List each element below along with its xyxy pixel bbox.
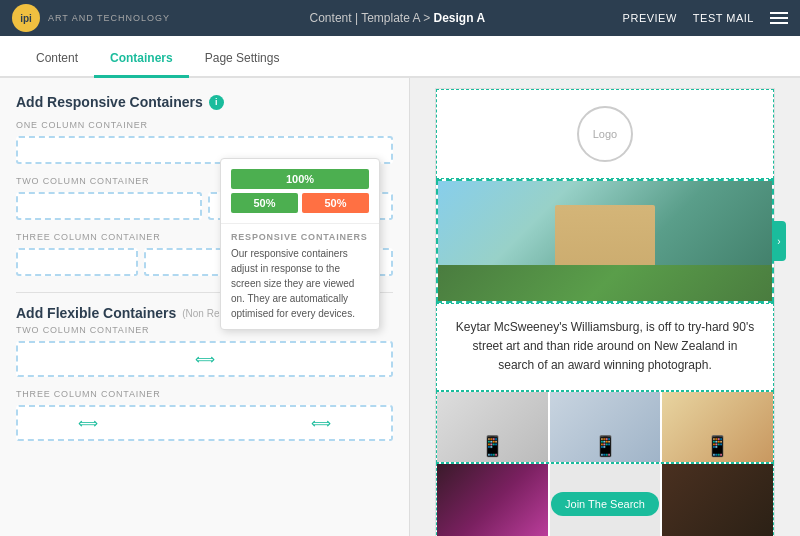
resize-handle-3col-left[interactable]: ⟺ [78, 415, 98, 431]
col-third-1 [16, 248, 138, 276]
brand-text: ART AND TECHNOLOGY [48, 13, 170, 23]
preview-button[interactable]: PREVIEW [623, 12, 677, 24]
app-logo-icon: ipi [12, 4, 40, 32]
article-text-section: Keytar McSweeney's Williamsburg, is off … [436, 303, 774, 391]
photo-cell-2 [550, 392, 661, 462]
resize-handle-2col[interactable]: ⟺ [195, 351, 215, 367]
hero-image [438, 181, 772, 301]
test-mail-button[interactable]: TEST MAIL [693, 12, 754, 24]
photo-bottom-right [662, 464, 773, 536]
right-handle[interactable]: › [772, 221, 786, 261]
col-half-1 [16, 192, 202, 220]
main-area: Add Responsive Containers i ONE COLUMN C… [0, 78, 800, 536]
tooltip-text: RESPONSIVE CONTAINERS Our responsive con… [221, 223, 379, 329]
tabs-row: Content Containers Page Settings [0, 36, 800, 78]
breadcrumb: Content | Template A > Design A [172, 11, 623, 25]
photo-grid-3 [436, 391, 774, 463]
hero-section[interactable]: ✏ ⊕ 🗑 › [436, 179, 774, 303]
bar-100: 100% [231, 169, 369, 189]
info-badge-1[interactable]: i [209, 95, 224, 110]
logo-area: ipi ART AND TECHNOLOGY [12, 4, 172, 32]
logo-section: Logo [436, 89, 774, 179]
left-panel: Add Responsive Containers i ONE COLUMN C… [0, 78, 410, 536]
join-search-button[interactable]: Join The Search [551, 492, 659, 516]
logo-placeholder: Logo [577, 106, 633, 162]
responsive-tooltip: 100% 50% 50% RESPONSIVE CONTAINERS Our r… [220, 158, 380, 330]
section1-title: Add Responsive Containers i [16, 94, 393, 110]
tab-containers[interactable]: Containers [94, 41, 189, 78]
bar-row-50: 50% 50% [231, 193, 369, 213]
hamburger-menu[interactable] [770, 12, 788, 24]
photo-cell-3 [662, 392, 773, 462]
photo-bottom-center: Join The Search [550, 464, 661, 536]
photo-cell-1 [437, 392, 548, 462]
article-text: Keytar McSweeney's Williamsburg, is off … [453, 318, 757, 376]
tooltip-description: Our responsive containers adjust in resp… [231, 246, 369, 321]
three-col-flex-container[interactable]: ⟺ ⟺ [16, 405, 393, 441]
email-canvas: Logo ✏ ⊕ 🗑 › [435, 88, 775, 536]
three-col-flex-label: THREE COLUMN CONTAINER [16, 389, 393, 399]
tooltip-bars: 100% 50% 50% [221, 159, 379, 223]
two-col-flex-container[interactable]: ⟺ [16, 341, 393, 377]
tab-content[interactable]: Content [20, 41, 94, 78]
resize-handle-3col-right[interactable]: ⟺ [311, 415, 331, 431]
right-panel: Logo ✏ ⊕ 🗑 › [410, 78, 800, 536]
tab-page-settings[interactable]: Page Settings [189, 41, 296, 78]
bar-50-left: 50% [231, 193, 298, 213]
bar-50-right: 50% [302, 193, 369, 213]
photo-grid-bottom: Join The Search [436, 463, 774, 536]
one-col-label: ONE COLUMN CONTAINER [16, 120, 393, 130]
top-navigation: ipi ART AND TECHNOLOGY Content | Templat… [0, 0, 800, 36]
nav-actions: PREVIEW TEST MAIL [623, 12, 788, 24]
tooltip-label: RESPONSIVE CONTAINERS [231, 232, 369, 242]
photo-bottom-left [437, 464, 548, 536]
